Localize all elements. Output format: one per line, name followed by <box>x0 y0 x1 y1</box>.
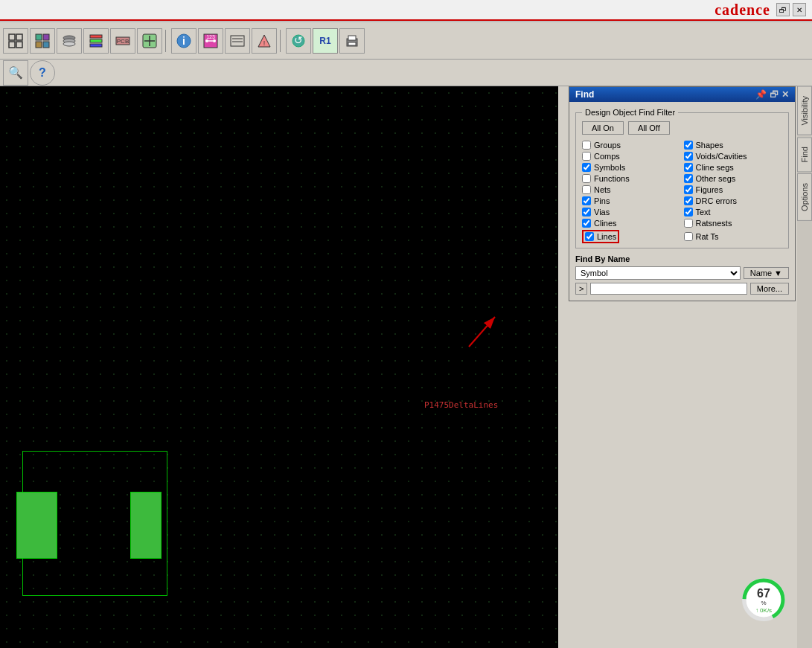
symbols-label[interactable]: Symbols <box>594 163 625 172</box>
functions-label[interactable]: Functions <box>594 174 630 183</box>
cb-nets-row: Nets <box>582 185 681 194</box>
title-controls: 🗗 ✕ <box>776 3 806 16</box>
svg-rect-5 <box>43 34 49 40</box>
comps-checkbox[interactable] <box>582 152 591 161</box>
othersegs-label[interactable]: Other segs <box>696 174 736 183</box>
all-on-button[interactable]: All On <box>582 121 624 135</box>
ratts-checkbox[interactable] <box>684 232 693 241</box>
info-btn[interactable]: i <box>171 28 196 54</box>
vias-label[interactable]: Vias <box>594 208 610 216</box>
print-btn[interactable] <box>339 28 365 54</box>
symbol-dropdown[interactable]: Symbol Net Component Pin Via <box>575 266 741 280</box>
cb-drcerrors-row: DRC errors <box>684 196 783 205</box>
router-btn[interactable]: PCB <box>110 28 135 54</box>
symbols-checkbox[interactable] <box>582 163 591 172</box>
svg-rect-11 <box>90 35 102 38</box>
view-btn[interactable] <box>30 28 55 54</box>
brand-prefix: ca <box>715 1 730 18</box>
search-input[interactable] <box>590 283 747 295</box>
vias-checkbox[interactable] <box>582 208 591 216</box>
find-dialog-title-text: Find <box>575 89 594 100</box>
svg-text:123: 123 <box>206 34 215 39</box>
grid-btn[interactable] <box>3 28 28 54</box>
vtab-find[interactable]: Find <box>797 137 812 172</box>
comps-label[interactable]: Comps <box>594 152 620 161</box>
fbn-input-row: > More... <box>575 283 789 295</box>
cb-text-row: Text <box>684 208 783 216</box>
svg-rect-12 <box>90 39 102 42</box>
ratts-label[interactable]: Rat Ts <box>696 232 719 241</box>
clinesegs-label[interactable]: Cline segs <box>696 163 734 172</box>
cb-shapes-row: Shapes <box>684 141 783 150</box>
cb-voids-row: Voids/Cavities <box>684 152 783 161</box>
vtab-options[interactable]: Options <box>797 173 812 221</box>
search-arrow-button[interactable]: > <box>575 283 587 295</box>
name-dropdown-btn[interactable]: Name ▼ <box>744 267 789 279</box>
find-body: Design Object Find Filter All On All Off… <box>569 102 795 301</box>
vtab-visibility[interactable]: Visibility <box>797 86 812 135</box>
text-label[interactable]: Text <box>696 208 711 216</box>
clines-checkbox[interactable] <box>582 219 591 228</box>
dialog-close-icon[interactable]: ✕ <box>781 89 789 100</box>
canvas-area[interactable]: P1475DeltaLines <box>0 86 558 648</box>
svg-rect-7 <box>43 42 49 48</box>
text-checkbox[interactable] <box>684 208 693 216</box>
clines-label[interactable]: Clines <box>594 219 617 228</box>
groups-checkbox[interactable] <box>582 141 591 150</box>
ratsnests-checkbox[interactable] <box>684 219 693 228</box>
place-btn[interactable] <box>137 28 162 54</box>
find-dialog-titlebar[interactable]: Find 📌 🗗 ✕ <box>569 87 795 102</box>
figures-checkbox[interactable] <box>684 185 693 194</box>
ratsnests-label[interactable]: Ratsnests <box>696 219 732 228</box>
pins-checkbox[interactable] <box>582 196 591 205</box>
rules-btn[interactable] <box>225 28 250 54</box>
zoom-tool-btn[interactable]: 🔍 <box>3 60 28 86</box>
r1-btn[interactable]: R1 <box>313 28 338 54</box>
net-btn[interactable]: 123 <box>198 28 223 54</box>
close-button[interactable]: ✕ <box>793 3 806 16</box>
toolbar-separator-1 <box>165 30 168 52</box>
cb-clinesegs-row: Cline segs <box>684 163 783 172</box>
layers-btn[interactable] <box>57 28 82 54</box>
status-annotation: P1475DeltaLines <box>424 400 498 410</box>
figures-label[interactable]: Figures <box>696 185 723 194</box>
clinesegs-checkbox[interactable] <box>684 163 693 172</box>
othersegs-checkbox[interactable] <box>684 174 693 183</box>
restore-button[interactable]: 🗗 <box>776 3 790 16</box>
svg-point-22 <box>205 39 208 42</box>
cb-pins-row: Pins <box>582 196 681 205</box>
shapes-checkbox[interactable] <box>684 141 693 150</box>
svg-rect-0 <box>9 34 15 40</box>
functions-checkbox[interactable] <box>582 174 591 183</box>
voids-label[interactable]: Voids/Cavities <box>696 152 747 161</box>
dialog-restore-icon[interactable]: 🗗 <box>770 89 779 100</box>
filter-group: Design Object Find Filter All On All Off… <box>575 108 789 248</box>
lines-label[interactable]: Lines <box>597 232 616 241</box>
nets-label[interactable]: Nets <box>594 185 611 194</box>
shapes-label[interactable]: Shapes <box>696 141 723 150</box>
pin-icon[interactable]: 📌 <box>755 89 767 100</box>
drcerrors-checkbox[interactable] <box>684 196 693 205</box>
cb-clines-row: Clines <box>582 219 681 228</box>
more-button[interactable]: More... <box>750 283 789 295</box>
svg-rect-6 <box>36 42 42 48</box>
nets-checkbox[interactable] <box>582 185 591 194</box>
drcerrors-label[interactable]: DRC errors <box>696 196 738 205</box>
time-btn[interactable]: ! <box>252 28 277 54</box>
help-btn[interactable]: ? <box>30 60 55 86</box>
cb-comps-row: Comps <box>582 152 681 161</box>
filter-buttons: All On All Off <box>582 121 782 135</box>
cb-othersegs-row: Other segs <box>684 174 783 183</box>
find-dialog-controls: 📌 🗗 ✕ <box>755 89 789 100</box>
groups-label[interactable]: Groups <box>594 141 621 150</box>
svg-rect-34 <box>348 36 356 40</box>
voids-checkbox[interactable] <box>684 152 693 161</box>
fbn-symbol-row: Symbol Net Component Pin Via Name ▼ <box>575 266 789 280</box>
lines-checkbox[interactable] <box>585 232 594 241</box>
pins-label[interactable]: Pins <box>594 196 610 205</box>
cb-figures-row: Figures <box>684 185 783 194</box>
refresh-btn[interactable]: ↺ <box>286 28 311 54</box>
all-off-button[interactable]: All Off <box>628 121 670 135</box>
cb-ratts-row: Rat Ts <box>684 230 783 243</box>
stack-btn[interactable] <box>83 28 109 54</box>
